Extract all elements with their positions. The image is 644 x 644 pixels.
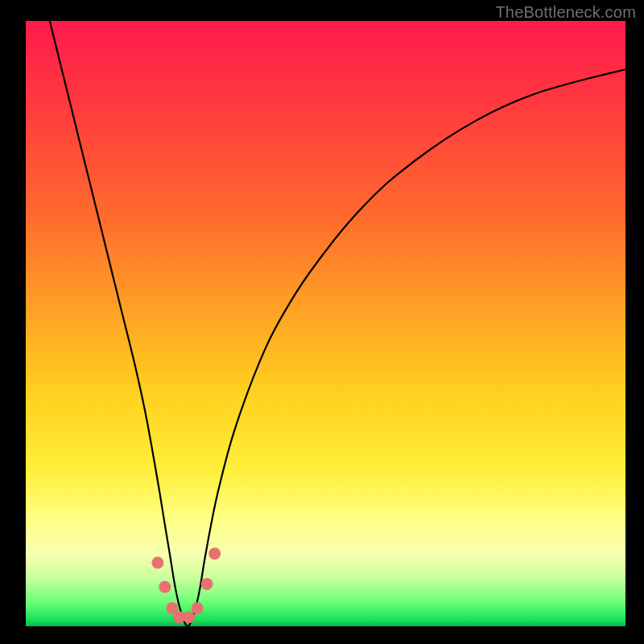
valley-marker [201,578,213,590]
valley-marker [208,547,221,559]
plot-area [26,21,625,626]
watermark-text: TheBottleneck.com [495,3,636,22]
valley-marker [192,602,204,614]
curve-layer [26,21,625,626]
valley-marker [183,611,195,623]
valley-marker [151,557,163,569]
chart-frame: TheBottleneck.com [0,0,644,644]
valley-marker [159,581,171,593]
bottleneck-curve [50,21,625,626]
valley-markers [151,547,221,623]
